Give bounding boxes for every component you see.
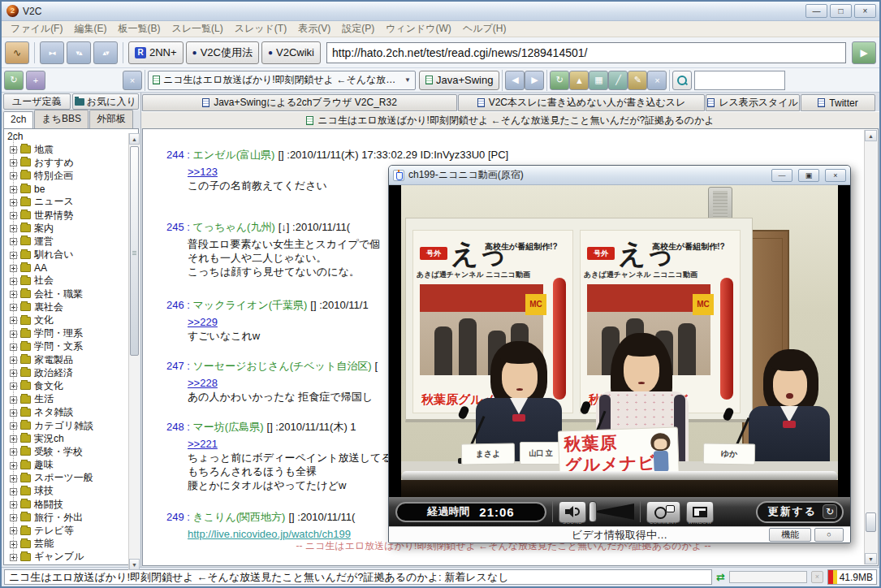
tree-scrollbar-thumb[interactable]	[130, 146, 139, 356]
thread-tab[interactable]: V2C本スレに書き込めない人が書き込むスレ	[458, 94, 705, 111]
post-number[interactable]: 248	[166, 421, 184, 433]
user-defined-button[interactable]: ユーザ定義	[3, 93, 71, 110]
new-window-button[interactable]: ╱	[608, 71, 628, 90]
add-button[interactable]: +	[26, 71, 45, 90]
expand-plus-icon[interactable]	[10, 199, 17, 206]
tree-category-item[interactable]: 案内	[7, 222, 127, 235]
post-author[interactable]: マー坊(広島県)	[193, 421, 264, 433]
board-source-tab[interactable]: 外部板	[89, 110, 133, 128]
expand-plus-icon[interactable]	[10, 501, 17, 508]
menu-item[interactable]: ヘルプ(H)	[457, 22, 512, 36]
tree-category-item[interactable]: 世界情勢	[7, 209, 127, 222]
close-thread-button[interactable]: ×	[647, 71, 667, 90]
tree-category-item[interactable]: 学問・文系	[7, 340, 127, 353]
thread-list-button[interactable]: ▦	[589, 71, 608, 90]
collapse-vertical-button[interactable]: ▾▴	[67, 41, 91, 64]
expand-plus-icon[interactable]	[10, 541, 17, 548]
expand-plus-icon[interactable]	[10, 422, 17, 430]
anchor-link[interactable]: >>221	[188, 437, 218, 451]
expand-plus-icon[interactable]	[10, 186, 17, 193]
reload-thread-button[interactable]: ↻	[550, 71, 569, 90]
tree-category-item[interactable]: 食文化	[7, 379, 127, 392]
forward-button[interactable]: ▶	[525, 71, 544, 90]
expand-plus-icon[interactable]	[10, 304, 17, 311]
post-number[interactable]: 245	[166, 221, 184, 233]
tree-category-item[interactable]: 家電製品	[7, 353, 127, 366]
functions-button[interactable]: 機能	[769, 528, 811, 542]
expand-plus-icon[interactable]	[10, 317, 17, 324]
cancel-progress-button[interactable]: ×	[811, 571, 823, 583]
tree-category-item[interactable]: 球技	[7, 485, 127, 498]
tree-category-item[interactable]: 生活	[7, 393, 127, 406]
v2c-usage-button[interactable]: ● V2C使用法	[186, 41, 259, 64]
expand-plus-icon[interactable]	[10, 409, 17, 417]
menu-item[interactable]: ウィンドウ(W)	[380, 22, 457, 36]
expand-plus-icon[interactable]	[10, 435, 17, 443]
tree-category-item[interactable]: 文化	[7, 313, 127, 326]
post-author[interactable]: マックライオン(千葉県)	[193, 299, 308, 311]
anchor-link[interactable]: >>228	[188, 376, 218, 390]
tree-category-item[interactable]: 趣味	[7, 459, 127, 472]
tree-category-item[interactable]: スポーツ一般	[7, 472, 127, 485]
tree-category-item[interactable]: 政治経済	[7, 366, 127, 379]
search-input[interactable]	[694, 71, 785, 90]
search-button[interactable]	[672, 71, 692, 90]
expand-plus-icon[interactable]	[10, 344, 17, 351]
tree-category-item[interactable]: 馴れ合い	[7, 249, 127, 262]
tree-category-item[interactable]: 地震	[7, 143, 127, 156]
expand-plus-icon[interactable]	[10, 159, 17, 166]
reload-boards-button[interactable]: ↻	[4, 71, 24, 90]
post-number[interactable]: 244	[166, 149, 184, 161]
video-title-bar[interactable]: ch199-ニコニコ動画(原宿) — ▣ ×	[389, 166, 850, 185]
menu-item[interactable]: ファイル(F)	[5, 22, 68, 36]
favorites-button[interactable]: お気に入り	[72, 93, 140, 110]
live-zigzag-button[interactable]: ∿	[5, 41, 29, 64]
video-minimize-button[interactable]: —	[771, 169, 792, 182]
expand-plus-icon[interactable]	[10, 527, 17, 534]
tree-category-item[interactable]: ギャンブル	[7, 551, 127, 564]
refresh-video-button[interactable]: 更新する ↻	[756, 501, 844, 523]
thread-tab[interactable]: Twitter	[801, 94, 875, 111]
scroll-up-icon[interactable]: ▲	[129, 133, 140, 145]
scroll-up-icon[interactable]: ▲	[865, 130, 877, 141]
tree-category-item[interactable]: 芸能	[7, 538, 127, 551]
scroll-down-icon[interactable]: ▼	[129, 559, 140, 570]
close-button[interactable]: ×	[854, 4, 876, 18]
tree-category-item[interactable]: 実況ch	[7, 432, 127, 445]
tree-root[interactable]: 2ch	[7, 131, 127, 143]
thread-scrollbar[interactable]: ▲ ▼	[864, 130, 877, 564]
expand-plus-icon[interactable]	[10, 475, 17, 482]
menu-item[interactable]: 表示(V)	[292, 22, 336, 36]
maximize-button[interactable]: □	[830, 4, 852, 18]
expand-plus-icon[interactable]	[10, 488, 17, 495]
expand-plus-icon[interactable]	[10, 357, 17, 364]
tree-category-item[interactable]: 受験・学校	[7, 445, 127, 458]
window-mode-button[interactable]: WINDOW	[686, 501, 714, 523]
thread-history-dropdown[interactable]: ニコ生はエロ放送ばかり!即刻閉鎖せよ ←そんな放送見たこと無いんだが... ▼	[148, 71, 416, 90]
menu-item[interactable]: 板一覧(B)	[112, 22, 166, 36]
post-author[interactable]: ソーセージおじさん(チベット自治区)	[193, 360, 372, 372]
board-button[interactable]: Java+Swing	[419, 71, 499, 90]
anchor-link[interactable]: >>229	[188, 315, 218, 329]
post-number[interactable]: 247	[166, 360, 184, 372]
tree-category-item[interactable]: おすすめ	[7, 156, 127, 169]
thread-tab[interactable]: レス表示スタイル	[706, 94, 800, 111]
expand-plus-icon[interactable]	[10, 265, 17, 272]
post-author[interactable]: てっちゃん(九州)	[193, 221, 275, 233]
expand-plus-icon[interactable]	[10, 238, 17, 245]
expand-plus-icon[interactable]	[10, 554, 17, 561]
post-author[interactable]: きこりん(関西地方)	[193, 511, 286, 523]
v2c-wiki-button[interactable]: ● V2Cwiki	[261, 41, 321, 64]
tree-scrollbar[interactable]: ▲ ▼	[128, 133, 140, 570]
expand-plus-icon[interactable]	[10, 383, 17, 390]
video-display[interactable]: 号外 えっ 高校生が番組制作!? あきば通チャンネル ニコニコ動画 MC 秋葉原…	[389, 185, 850, 497]
volume-slider-handle[interactable]	[589, 501, 597, 522]
expand-panes-button[interactable]: ▴▾	[93, 41, 118, 64]
scroll-down-icon[interactable]: ▼	[865, 553, 877, 564]
expand-plus-icon[interactable]	[10, 291, 17, 298]
thread-scrollbar-thumb[interactable]	[866, 512, 876, 532]
comment-alert-button[interactable]: COMMENT	[646, 501, 680, 523]
expand-plus-icon[interactable]	[10, 146, 17, 153]
board-source-tab[interactable]: 2ch	[3, 111, 33, 128]
post-author[interactable]: エンゼル(富山県)	[193, 149, 275, 161]
